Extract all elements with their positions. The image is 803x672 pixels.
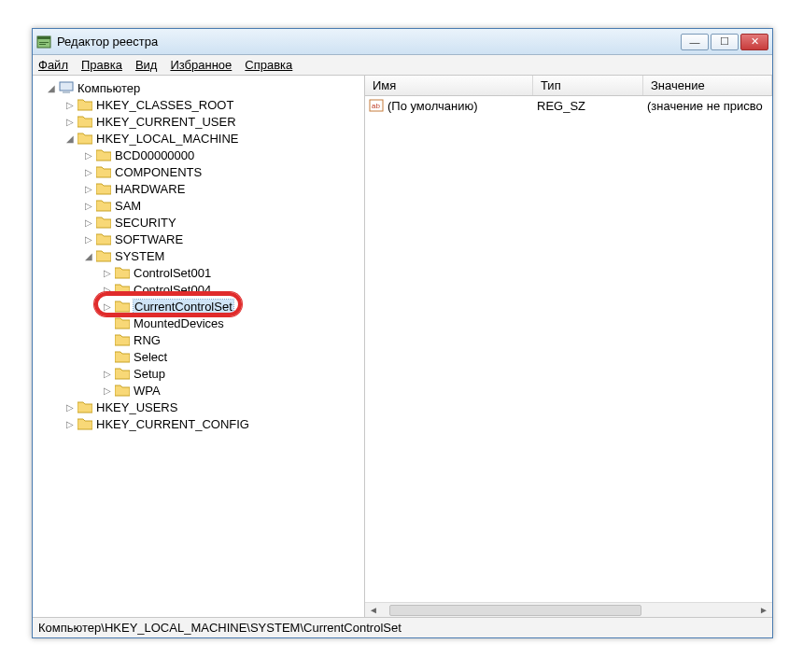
expand-icon[interactable]: ▷ (102, 368, 113, 379)
expand-icon[interactable]: ▷ (102, 284, 113, 295)
folder-icon (96, 232, 111, 245)
folder-icon (115, 333, 130, 346)
folder-icon (77, 132, 92, 145)
svg-rect-4 (60, 82, 73, 91)
tree-item-mounteddevices[interactable]: MountedDevices (35, 315, 362, 331)
expand-icon[interactable]: ▷ (64, 99, 76, 110)
expand-icon[interactable]: ▷ (64, 116, 76, 127)
folder-icon (115, 384, 130, 397)
value-data: (значение не присво (643, 99, 772, 113)
registry-editor-window: Редактор реестра — ☐ ✕ Файл Правка Вид И… (32, 28, 773, 638)
collapse-icon[interactable]: ◢ (83, 250, 94, 261)
tree-label: RNG (134, 333, 161, 347)
tree-label: HKEY_LOCAL_MACHINE (96, 132, 238, 146)
tree-label: MountedDevices (134, 316, 224, 330)
folder-icon (115, 350, 130, 363)
tree-item-bcd[interactable]: ▷ BCD00000000 (35, 147, 362, 163)
expand-icon[interactable]: ▷ (64, 418, 76, 429)
window-controls: — ☐ ✕ (681, 34, 768, 50)
menu-help[interactable]: Справка (245, 58, 292, 72)
folder-icon (115, 300, 130, 313)
svg-rect-1 (37, 36, 50, 39)
values-list[interactable]: ab (По умолчанию) REG_SZ (значение не пр… (365, 96, 772, 602)
expand-icon[interactable] (102, 317, 113, 329)
tree-item-software[interactable]: ▷ SOFTWARE (35, 231, 362, 247)
titlebar[interactable]: Редактор реестра — ☐ ✕ (33, 29, 772, 55)
menu-view[interactable]: Вид (135, 58, 158, 72)
menu-file[interactable]: Файл (38, 58, 68, 72)
client-area: ◢ Компьютер ▷ HKEY_CLASSES_ROOT ▷ HKEY_C… (33, 76, 772, 617)
tree-label: HKEY_USERS (96, 400, 177, 414)
tree-item-hkcu[interactable]: ▷ HKEY_CURRENT_USER (35, 113, 362, 130)
folder-icon (115, 316, 130, 329)
expand-icon[interactable]: ▷ (102, 267, 113, 278)
tree-root-label: Компьютер (77, 81, 140, 95)
folder-icon (77, 115, 92, 128)
folder-icon (96, 216, 111, 229)
expand-icon[interactable] (102, 351, 113, 362)
values-pane: Имя Тип Значение ab (По умолчанию) REG_S… (365, 76, 772, 617)
expand-icon[interactable]: ▷ (83, 183, 94, 194)
value-type: REG_SZ (533, 99, 643, 113)
expand-icon[interactable] (102, 334, 113, 345)
column-type[interactable]: Тип (533, 76, 643, 95)
expand-icon[interactable]: ▷ (102, 301, 113, 312)
tree-item-components[interactable]: ▷ COMPONENTS (35, 163, 362, 180)
tree-label: SOFTWARE (115, 232, 183, 246)
expand-icon[interactable]: ▷ (64, 401, 76, 413)
statusbar: Компьютер\HKEY_LOCAL_MACHINE\SYSTEM\Curr… (33, 617, 772, 637)
folder-icon (77, 417, 92, 430)
tree-item-hardware[interactable]: ▷ HARDWARE (35, 180, 362, 197)
svg-text:ab: ab (372, 102, 380, 110)
tree-label: BCD00000000 (115, 148, 194, 162)
column-value[interactable]: Значение (643, 76, 772, 95)
expand-icon[interactable]: ▷ (83, 149, 94, 161)
collapse-icon[interactable]: ◢ (64, 133, 76, 144)
tree-item-cs004[interactable]: ▷ ControlSet004 (35, 281, 362, 298)
scroll-right-icon[interactable]: ► (757, 604, 770, 617)
folder-icon (96, 249, 111, 262)
tree-item-hku[interactable]: ▷ HKEY_USERS (35, 399, 362, 415)
tree-pane[interactable]: ◢ Компьютер ▷ HKEY_CLASSES_ROOT ▷ HKEY_C… (33, 76, 365, 617)
folder-icon (115, 266, 130, 279)
expand-icon[interactable]: ▷ (83, 166, 94, 177)
menu-edit[interactable]: Правка (81, 58, 122, 72)
collapse-icon[interactable]: ◢ (46, 82, 57, 93)
expand-icon[interactable]: ▷ (83, 233, 94, 245)
tree-item-select[interactable]: Select (35, 348, 362, 365)
folder-icon (96, 165, 111, 178)
tree-item-rng[interactable]: RNG (35, 331, 362, 348)
value-row[interactable]: ab (По умолчанию) REG_SZ (значение не пр… (365, 96, 772, 115)
tree-label: HARDWARE (115, 182, 185, 196)
menu-favorites[interactable]: Избранное (170, 58, 232, 72)
scroll-thumb[interactable] (389, 605, 641, 616)
tree-item-wpa[interactable]: ▷ WPA (35, 382, 362, 399)
tree-label: ControlSet001 (134, 266, 211, 280)
column-name[interactable]: Имя (365, 76, 533, 95)
tree-item-setup[interactable]: ▷ Setup (35, 365, 362, 382)
tree-item-sam[interactable]: ▷ SAM (35, 197, 362, 214)
expand-icon[interactable]: ▷ (83, 217, 94, 228)
maximize-button[interactable]: ☐ (711, 34, 739, 50)
tree-item-hkcc[interactable]: ▷ HKEY_CURRENT_CONFIG (35, 415, 362, 432)
folder-icon (115, 283, 130, 296)
horizontal-scrollbar[interactable]: ◄ ► (365, 602, 772, 617)
tree-item-security[interactable]: ▷ SECURITY (35, 214, 362, 231)
computer-icon (59, 81, 74, 94)
tree-label: Setup (134, 367, 165, 381)
statusbar-path: Компьютер\HKEY_LOCAL_MACHINE\SYSTEM\Curr… (38, 621, 402, 635)
tree-root[interactable]: ◢ Компьютер (35, 79, 362, 96)
tree-item-currentcontrolset[interactable]: ▷ CurrentControlSet (35, 298, 362, 315)
expand-icon[interactable]: ▷ (83, 200, 94, 211)
app-icon (36, 35, 51, 49)
close-button[interactable]: ✕ (740, 34, 768, 50)
tree-item-hkcr[interactable]: ▷ HKEY_CLASSES_ROOT (35, 96, 362, 113)
tree-item-system[interactable]: ◢ SYSTEM (35, 247, 362, 264)
expand-icon[interactable]: ▷ (102, 385, 113, 396)
minimize-button[interactable]: — (681, 34, 709, 50)
tree-label: Select (134, 350, 167, 364)
scroll-left-icon[interactable]: ◄ (367, 604, 380, 617)
tree-item-cs001[interactable]: ▷ ControlSet001 (35, 264, 362, 281)
values-header: Имя Тип Значение (365, 76, 772, 96)
tree-item-hklm[interactable]: ◢ HKEY_LOCAL_MACHINE (35, 130, 362, 147)
